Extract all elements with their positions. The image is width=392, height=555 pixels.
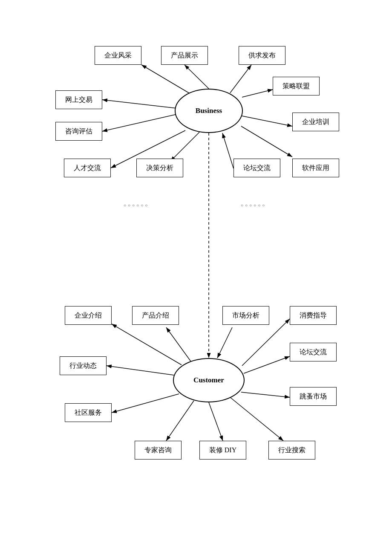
node-gongqiufahu: 供求发布 (239, 46, 285, 65)
node-luntan2: 论坛交流 (290, 343, 337, 361)
svg-line-6 (102, 114, 177, 131)
svg-line-4 (102, 100, 177, 108)
node-rencai: 人才交流 (64, 159, 111, 177)
node-hangyesuosuo: 行业搜索 (268, 441, 315, 460)
business-center: Business (175, 89, 243, 133)
svg-line-22 (209, 402, 223, 441)
node-shequfuwu: 社区服务 (65, 403, 112, 422)
node-wangshangjiaoyi: 网上交易 (55, 90, 102, 109)
svg-line-17 (107, 366, 174, 375)
svg-line-3 (230, 65, 251, 93)
arrows-svg (0, 0, 392, 555)
svg-line-21 (166, 401, 194, 441)
node-hangye-dongtai: 行业动态 (60, 356, 107, 375)
node-qiyejieshao: 企业介绍 (65, 306, 112, 325)
node-shichangfenxi: 市场分析 (222, 306, 269, 325)
svg-line-15 (217, 327, 232, 358)
node-tiaozao: 跳蚤市场 (290, 387, 337, 406)
svg-line-2 (184, 65, 209, 89)
svg-line-7 (242, 116, 292, 126)
node-qiyepeixun: 企业培训 (292, 113, 339, 131)
svg-line-19 (112, 394, 179, 413)
node-zixun: 咨询评估 (55, 122, 102, 141)
customer-center: Customer (173, 358, 245, 402)
svg-line-9 (170, 132, 199, 161)
svg-line-20 (241, 392, 290, 397)
node-zhuanjia: 专家咨询 (135, 441, 182, 460)
node-xiaofeizidao: 消费指导 (290, 306, 337, 325)
diagram-container: Business 企业风采 产品展示 供求发布 网上交易 策略联盟 咨询评估 企… (0, 0, 392, 555)
svg-line-16 (242, 319, 290, 366)
node-chanpinjieshao: 产品介绍 (132, 306, 179, 325)
svg-line-11 (241, 126, 292, 157)
node-chanpinzhanshi: 产品展示 (161, 46, 208, 65)
node-luntan: 论坛交流 (233, 159, 280, 177)
node-juece: 决策分析 (136, 159, 183, 177)
dots-right: ○○○○○○ (241, 203, 266, 208)
node-celvelianmeng: 策略联盟 (273, 77, 320, 95)
svg-line-1 (141, 65, 192, 95)
svg-line-10 (222, 133, 233, 168)
svg-line-5 (242, 90, 273, 97)
svg-line-18 (244, 356, 290, 373)
svg-line-14 (166, 327, 191, 361)
svg-line-23 (230, 397, 283, 441)
dots-left: ○○○○○○ (124, 203, 149, 208)
node-zhuangxiu: 装修 DIY (199, 441, 246, 460)
node-qiyefengcai: 企业风采 (95, 46, 141, 65)
svg-line-13 (112, 324, 182, 365)
node-ruanjian: 软件应用 (292, 159, 339, 177)
